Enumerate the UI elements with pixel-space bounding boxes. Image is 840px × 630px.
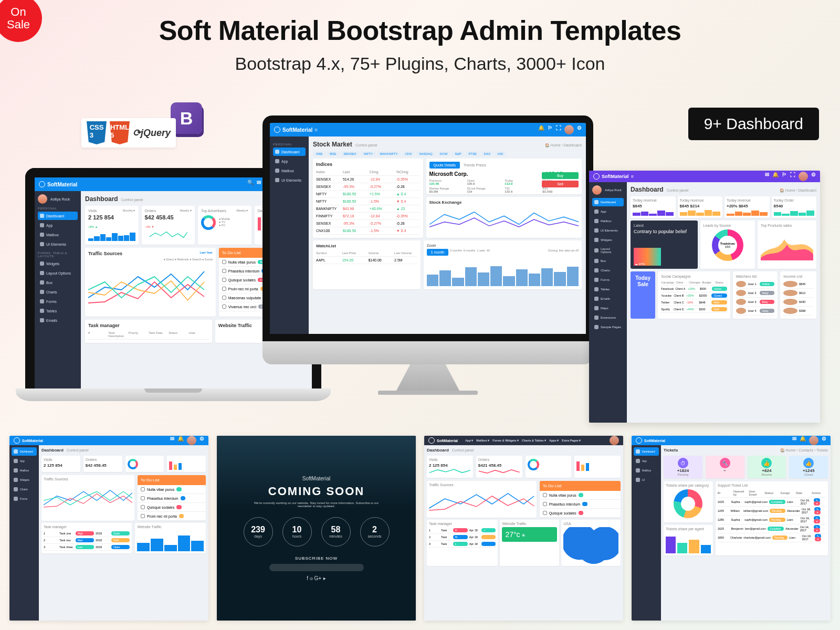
- buy-button[interactable]: Buy: [542, 172, 579, 179]
- sidebar-item-dashboard[interactable]: Dashboard: [273, 148, 306, 156]
- ticket-list: Support Ticket List IDOpened byUser Emai…: [716, 481, 828, 555]
- css3-icon: CSS3: [87, 121, 107, 144]
- sidebar: Aditya Rock PERSONAL Dashboard App Mailb…: [35, 191, 81, 388]
- sidebar-item-app[interactable]: App: [38, 221, 78, 229]
- html5-icon: HTML5: [110, 121, 130, 144]
- fullscreen-icon[interactable]: ⛶: [556, 125, 561, 134]
- logo-icon: [39, 181, 45, 187]
- weather-widget: 27°c ☀: [502, 527, 557, 542]
- avatar[interactable]: [38, 194, 47, 204]
- topbar: SoftMaterial ≡ 🔔 🏳 ⛶ ⚙: [270, 123, 586, 136]
- sidebar-item-charts[interactable]: Charts: [38, 288, 78, 296]
- visits-card: VisitsMonthly ▾ 2 125 854 +8% ▲: [85, 206, 139, 245]
- campaigns-card: Social Campaigns CampaignClientChangesBu…: [658, 271, 730, 319]
- sidebar-item-widgets[interactable]: Widgets: [38, 259, 78, 268]
- purple-dashboard-preview: SoftMaterial ≡ ✉🔔🏳⛶⚙ Aditya Rock Dashboa…: [589, 171, 820, 423]
- ticker-strip: NSEBSESENSEXNIFTYBANKNIFTYCNXNASDAQDOWS&…: [313, 151, 582, 156]
- sidebar-item-emails[interactable]: Emails: [38, 316, 78, 324]
- dashboard-count-pill: 9+ Dashboard: [688, 108, 819, 140]
- orders-card: OrdersWeekly ▾ $42 458.45 −2% ▼: [142, 206, 195, 245]
- incomes-card: Income List $845 $612 $430 $398: [780, 271, 816, 319]
- jquery-icon: ⟳jQuery: [133, 127, 171, 139]
- tab-quote-details[interactable]: Quote Details: [429, 162, 460, 169]
- leads-card: Leads by Source Tradshow150: [700, 220, 755, 269]
- tech-badges: CSS3 HTML5 ⟳jQuery: [81, 118, 176, 148]
- imac-preview: SoftMaterial ≡ 🔔 🏳 ⛶ ⚙ PERSONAL Dashboar…: [262, 116, 593, 395]
- page-title: Dashboard: [85, 195, 118, 203]
- usa-map: [563, 527, 618, 564]
- thumb-coming-soon[interactable]: SoftMaterial COMING SOON We're currently…: [217, 436, 416, 621]
- sidebar-item-forms[interactable]: Forms: [38, 297, 78, 306]
- top-products-card: Top Products sales: [758, 220, 816, 269]
- bell-icon[interactable]: 🔔: [538, 125, 544, 134]
- sell-button[interactable]: Sell: [542, 181, 579, 187]
- today-sale-card: Today Sale: [631, 271, 655, 319]
- traffic-sources-card: Traffic Sources Last Year ● Direct ● Ref…: [85, 248, 216, 317]
- quote-card: Quote Details Trends Prices Microsoft Co…: [426, 159, 582, 194]
- hero-subtitle: Bootstrap 4.x, 75+ Plugins, Charts, 3000…: [0, 54, 840, 74]
- avatar[interactable]: [564, 125, 574, 134]
- sidebar-item-dashboard[interactable]: Dashboard: [38, 212, 78, 220]
- sidebar-item-tables[interactable]: Tables: [38, 307, 78, 315]
- logo-icon: [274, 127, 280, 133]
- latest-card: Latest Contrary to popular belief ☁ 67%: [631, 220, 698, 269]
- thumb-dashboard-topnav[interactable]: SoftMaterial App ▾Mailbox ▾Forms & Widge…: [424, 436, 623, 621]
- page-title: Stock Market: [313, 141, 352, 148]
- sidebar-item-mailbox[interactable]: Mailbox: [38, 230, 78, 239]
- sidebar-item-box[interactable]: Box: [38, 278, 78, 287]
- sidebar-item-dashboard[interactable]: Dashboard: [592, 198, 624, 206]
- hero-title: Soft Material Bootstrap Admin Templates: [0, 15, 840, 46]
- sidebar: PERSONAL Dashboard App Mailbox UI Elemen…: [270, 136, 309, 334]
- thumb-dashboard-light[interactable]: SoftMaterial✉🔔⚙ Dashboard App Mailbox Wi…: [9, 436, 208, 621]
- search-icon[interactable]: 🔍: [247, 180, 254, 189]
- flag-icon[interactable]: 🏳: [548, 125, 553, 134]
- indices-card: Indices IndexLastChng%Chng SENSEX514.26-…: [313, 159, 423, 238]
- gear-icon[interactable]: ⚙: [577, 125, 582, 134]
- advertisers-card: Top AdvertisersWeekly ▾ ● Mobile ● TV ● …: [198, 206, 251, 245]
- watchers-card: Watchers list User 1Online User 2Away Us…: [733, 271, 778, 319]
- mail-icon[interactable]: ✉: [257, 180, 261, 189]
- zoom-chart-card: Zoom 1 month 3 months 6 months 1 year Al…: [424, 240, 582, 289]
- watchlist-card: WatchList SymbolLast PriceVolumeLast Vol…: [313, 240, 421, 289]
- thumb-tickets[interactable]: SoftMaterial✉🔔⚙ Dashboard App Mailbox UI…: [632, 436, 831, 621]
- sidebar-item-layout[interactable]: Layout Options: [38, 269, 78, 277]
- sidebar-item-ui[interactable]: UI Elements: [38, 240, 78, 248]
- stock-exchange-card: Stock Exchange: [426, 197, 582, 238]
- task-manager-card: Task manager #Task DescriptionPriorityTa…: [85, 320, 212, 343]
